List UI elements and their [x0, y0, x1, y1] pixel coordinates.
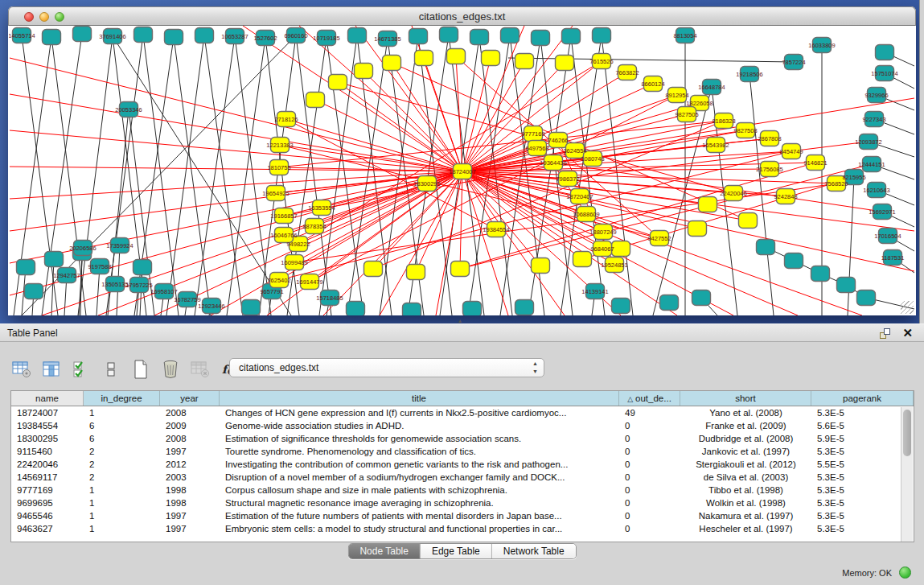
- table-row[interactable]: 1872400712008Changes of HCN gene express…: [11, 406, 914, 419]
- table-row[interactable]: 977716911998Corpus callosum shape and si…: [11, 484, 914, 496]
- graph-node[interactable]: [699, 197, 717, 212]
- graph-node[interactable]: [447, 49, 466, 64]
- graph-node[interactable]: [692, 290, 711, 306]
- graph-node[interactable]: [857, 290, 876, 306]
- graph-edge[interactable]: [227, 38, 265, 315]
- rows-icon[interactable]: [101, 359, 121, 380]
- graph-node[interactable]: [43, 30, 61, 45]
- scrollbar-thumb[interactable]: [903, 410, 911, 456]
- memory-status-led[interactable]: [899, 566, 911, 579]
- graph-edge[interactable]: [323, 171, 462, 315]
- column-header-name[interactable]: name: [11, 391, 84, 406]
- graph-node[interactable]: [17, 260, 35, 275]
- graph-node[interactable]: [355, 64, 373, 79]
- graph-node[interactable]: [556, 56, 574, 71]
- graph-node[interactable]: [347, 302, 365, 316]
- graph-node[interactable]: [133, 260, 152, 275]
- graph-node[interactable]: [409, 29, 428, 44]
- graph-edge[interactable]: [166, 35, 204, 315]
- graph-node[interactable]: [440, 27, 458, 43]
- graph-node[interactable]: [515, 300, 534, 315]
- window-titlebar[interactable]: citations_edges.txt: [8, 6, 916, 26]
- close-panel-icon[interactable]: ✕: [902, 326, 913, 340]
- table-scrollbar[interactable]: [901, 407, 913, 542]
- graph-node[interactable]: [195, 28, 214, 43]
- graph-edge[interactable]: [462, 26, 573, 171]
- column-header-out_de[interactable]: △out_de...: [619, 391, 680, 406]
- table-selector-dropdown[interactable]: citations_edges.txt ▲▼: [229, 358, 544, 377]
- graph-edge[interactable]: [848, 177, 854, 315]
- graph-node[interactable]: [306, 93, 325, 108]
- table-row[interactable]: 946554611997Estimation of the future num…: [11, 509, 914, 522]
- table-row[interactable]: 911546021997Tourette syndrome. Phenomeno…: [11, 445, 914, 458]
- graph-edge[interactable]: [10, 58, 462, 171]
- graph-node[interactable]: [688, 221, 707, 237]
- graph-node[interactable]: [403, 303, 421, 316]
- column-header-title[interactable]: title: [220, 391, 619, 406]
- graph-node[interactable]: [165, 30, 183, 45]
- select-all-icon[interactable]: [71, 359, 92, 380]
- column-header-year[interactable]: year: [160, 391, 220, 406]
- graph-node[interactable]: [134, 27, 153, 43]
- graph-node[interactable]: [876, 45, 894, 60]
- graph-node[interactable]: [73, 27, 92, 42]
- table-row[interactable]: 969969511998Structural magnetic resonanc…: [11, 496, 914, 509]
- panel-splitter[interactable]: ▴: [0, 319, 924, 323]
- graph-node[interactable]: [501, 28, 519, 43]
- graph-node[interactable]: [593, 28, 611, 43]
- graph-node[interactable]: [785, 253, 803, 269]
- table-row[interactable]: 1830029562008Estimation of significance …: [11, 432, 914, 445]
- graph-node[interactable]: [25, 284, 43, 299]
- delete-icon[interactable]: [160, 359, 181, 380]
- graph-node[interactable]: [482, 51, 500, 66]
- tab-network-table[interactable]: Network Table: [492, 544, 576, 558]
- column-header-in_degree[interactable]: in_degree: [84, 391, 160, 406]
- graph-node[interactable]: [660, 295, 679, 311]
- graph-edge[interactable]: [174, 37, 211, 315]
- graph-node[interactable]: [562, 29, 581, 44]
- graph-node[interactable]: [329, 75, 347, 90]
- graph-node[interactable]: [532, 258, 550, 274]
- graph-node[interactable]: [45, 252, 64, 267]
- graph-edge[interactable]: [460, 171, 462, 269]
- graph-node[interactable]: [364, 262, 383, 277]
- tab-edge-table[interactable]: Edge Table: [421, 544, 492, 558]
- table-row[interactable]: 1938455462009Genome-wide association stu…: [11, 419, 914, 432]
- table-options-icon[interactable]: [11, 359, 32, 380]
- graph-node[interactable]: [811, 266, 830, 282]
- graph-node[interactable]: [612, 241, 630, 257]
- graph-node[interactable]: [532, 31, 550, 46]
- graph-edge[interactable]: [338, 82, 462, 171]
- graph-node[interactable]: [757, 240, 775, 255]
- new-file-icon[interactable]: [130, 359, 151, 380]
- graph-node[interactable]: [470, 30, 489, 45]
- column-header-pagerank[interactable]: pagerank: [811, 391, 914, 406]
- graph-edge[interactable]: [235, 36, 271, 315]
- show-columns-icon[interactable]: [41, 359, 62, 380]
- network-canvas[interactable]: 1405571437691406106532871527602696016010…: [9, 26, 915, 315]
- graph-node[interactable]: [739, 213, 758, 229]
- column-header-short[interactable]: short: [680, 391, 811, 406]
- citation-network-graph[interactable]: 1405571437691406106532871527602696016010…: [9, 26, 915, 315]
- graph-node[interactable]: [348, 28, 367, 43]
- table-row[interactable]: 1456911722003Disruption of a novel membe…: [11, 471, 914, 484]
- import-table-icon[interactable]: [190, 359, 211, 380]
- graph-node[interactable]: [415, 51, 433, 66]
- graph-node[interactable]: [242, 300, 261, 315]
- graph-edge[interactable]: [204, 35, 243, 315]
- graph-node[interactable]: [515, 54, 534, 69]
- graph-node[interactable]: [837, 278, 856, 293]
- graph-node[interactable]: [573, 252, 592, 267]
- graph-edge[interactable]: [195, 36, 235, 315]
- graph-edge[interactable]: [460, 164, 872, 269]
- graph-edge[interactable]: [392, 63, 462, 171]
- float-panel-icon[interactable]: [880, 328, 890, 339]
- window-resize-grip[interactable]: [901, 301, 914, 314]
- graph-node[interactable]: [612, 299, 630, 314]
- graph-edge[interactable]: [10, 94, 462, 171]
- table-row[interactable]: 946362711997Embryonic stem cells: a mode…: [11, 522, 914, 535]
- graph-node[interactable]: [451, 262, 470, 277]
- graph-node[interactable]: [463, 302, 482, 316]
- graph-node[interactable]: [383, 56, 401, 71]
- table-panel-header[interactable]: Table Panel ✕: [0, 324, 924, 342]
